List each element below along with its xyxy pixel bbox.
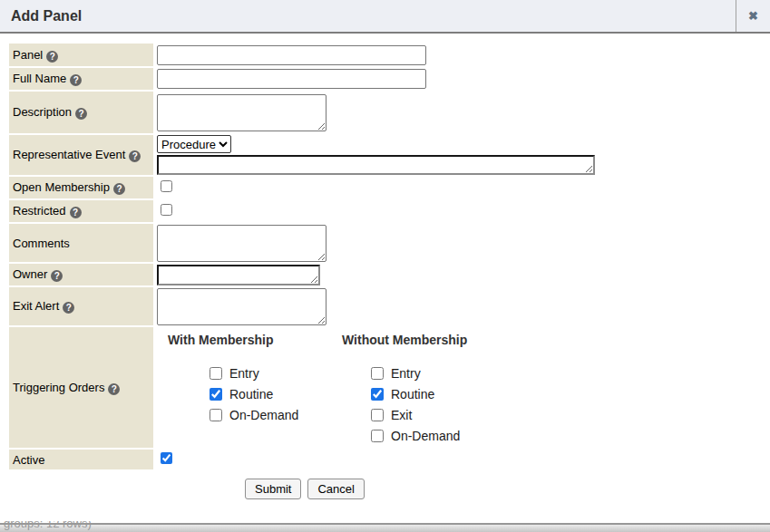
active-label-cell: Active	[9, 450, 153, 469]
owner-label-cell: Owner?	[9, 264, 153, 285]
representative-event-type-select[interactable]: Procedure	[157, 135, 231, 153]
exit-alert-label-cell: Exit Alert?	[9, 287, 153, 325]
without-membership-entry-option[interactable]: Entry	[371, 363, 523, 383]
open-membership-label-cell: Open Membership?	[9, 177, 153, 198]
with-membership-routine-checkbox[interactable]	[210, 388, 222, 401]
panel-label-cell: Panel?	[9, 44, 153, 66]
dialog-title: Add Panel	[0, 0, 736, 32]
triggering-orders-group: With Membership Entry Routine	[157, 329, 595, 446]
active-label: Active	[13, 453, 44, 467]
representative-event-input[interactable]	[157, 155, 595, 175]
dialog-header: Add Panel ✖	[0, 0, 770, 34]
help-icon[interactable]: ?	[75, 108, 87, 120]
restricted-label-cell: Restricted?	[9, 200, 153, 222]
full-name-input[interactable]	[157, 69, 426, 89]
dialog-body: Panel? Full Name? Description?	[0, 34, 770, 499]
option-label: Routine	[391, 387, 434, 401]
row-panel: Panel?	[9, 44, 595, 66]
active-checkbox[interactable]	[161, 452, 172, 464]
with-membership-header: With Membership	[168, 333, 331, 347]
with-membership-routine-option[interactable]: Routine	[210, 383, 331, 404]
option-label: Exit	[391, 408, 412, 422]
without-membership-header: Without Membership	[342, 333, 523, 347]
comments-textarea[interactable]	[157, 225, 327, 262]
row-exit-alert: Exit Alert?	[9, 287, 595, 325]
option-label: On-Demand	[391, 429, 460, 443]
without-membership-routine-option[interactable]: Routine	[371, 383, 523, 404]
comments-label: Comments	[13, 237, 70, 250]
help-icon[interactable]: ?	[63, 302, 74, 314]
without-membership-on-demand-option[interactable]: On-Demand	[371, 425, 523, 446]
row-restricted: Restricted?	[9, 200, 595, 222]
help-icon[interactable]: ?	[113, 183, 125, 195]
row-description: Description?	[9, 92, 595, 133]
add-panel-dialog: Add Panel ✖ Panel? Full Name?	[0, 0, 770, 521]
exit-alert-textarea[interactable]	[157, 288, 327, 325]
without-membership-entry-checkbox[interactable]	[371, 367, 384, 380]
representative-event-label-cell: Representative Event?	[9, 135, 153, 175]
representative-event-label: Representative Event	[13, 148, 125, 161]
without-membership-routine-checkbox[interactable]	[371, 388, 384, 401]
row-full-name: Full Name?	[9, 68, 595, 90]
row-active: Active	[9, 450, 595, 469]
with-membership-entry-option[interactable]: Entry	[210, 363, 331, 383]
restricted-label: Restricted	[13, 204, 66, 218]
background-page-bar	[0, 523, 770, 532]
exit-alert-label: Exit Alert	[13, 299, 59, 313]
owner-label: Owner	[13, 267, 47, 281]
with-membership-column: With Membership Entry Routine	[168, 333, 331, 446]
panel-label: Panel	[13, 48, 43, 62]
close-button[interactable]: ✖	[736, 0, 770, 32]
row-comments: Comments	[9, 224, 595, 262]
description-textarea[interactable]	[157, 94, 327, 131]
help-icon[interactable]: ?	[51, 270, 63, 282]
comments-label-cell: Comments	[9, 224, 153, 262]
open-membership-label: Open Membership	[13, 180, 110, 194]
owner-input[interactable]	[157, 265, 320, 285]
option-label: On-Demand	[229, 408, 298, 422]
description-label: Description	[13, 105, 72, 119]
submit-button[interactable]: Submit	[245, 479, 301, 499]
button-row: Submit Cancel	[245, 479, 770, 499]
full-name-label: Full Name	[13, 72, 66, 85]
with-membership-on-demand-option[interactable]: On-Demand	[210, 404, 331, 425]
without-membership-exit-option[interactable]: Exit	[371, 404, 523, 425]
triggering-orders-label: Triggering Orders	[13, 381, 104, 394]
without-membership-column: Without Membership Entry Routine	[342, 333, 523, 446]
open-membership-checkbox[interactable]	[161, 180, 172, 192]
help-icon[interactable]: ?	[108, 383, 120, 395]
without-membership-exit-checkbox[interactable]	[371, 409, 384, 421]
add-panel-form: Panel? Full Name? Description?	[9, 42, 595, 471]
triggering-orders-label-cell: Triggering Orders?	[9, 327, 153, 448]
restricted-checkbox[interactable]	[161, 204, 172, 216]
option-label: Entry	[229, 366, 259, 381]
with-membership-entry-checkbox[interactable]	[210, 367, 222, 380]
panel-input[interactable]	[157, 45, 426, 65]
full-name-label-cell: Full Name?	[9, 68, 153, 90]
option-label: Entry	[391, 366, 421, 381]
row-representative-event: Representative Event? Procedure	[9, 135, 595, 175]
row-owner: Owner?	[9, 264, 595, 285]
option-label: Routine	[229, 387, 273, 401]
without-membership-on-demand-checkbox[interactable]	[371, 430, 384, 442]
close-icon: ✖	[748, 9, 758, 23]
row-triggering-orders: Triggering Orders? With Membership Entry	[9, 327, 595, 448]
help-icon[interactable]: ?	[70, 207, 82, 218]
help-icon[interactable]: ?	[129, 150, 141, 162]
row-open-membership: Open Membership?	[9, 177, 595, 198]
help-icon[interactable]: ?	[46, 51, 58, 63]
cancel-button[interactable]: Cancel	[307, 479, 364, 499]
help-icon[interactable]: ?	[70, 74, 82, 86]
description-label-cell: Description?	[9, 92, 153, 133]
with-membership-on-demand-checkbox[interactable]	[210, 409, 222, 421]
